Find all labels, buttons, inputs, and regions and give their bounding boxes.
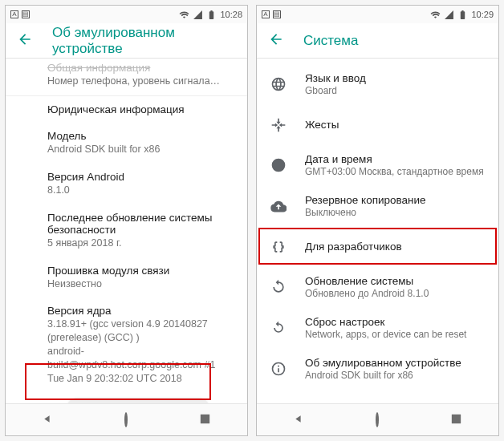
status-icon-doc: ▤ — [22, 10, 30, 18]
item-title: Об эмулированном устройстве — [305, 357, 461, 369]
item-title: Обновление системы — [305, 275, 429, 287]
row-subtitle: 8.1.0 — [47, 184, 234, 197]
status-icon-doc: ▤ — [273, 10, 281, 18]
info-row[interactable]: Версия ядра3.18.91+ (gcc version 4.9 201… — [47, 297, 234, 392]
signal-icon — [444, 10, 454, 20]
info-row[interactable]: Версия Android8.1.0 — [47, 164, 234, 204]
nav-recent[interactable] — [198, 412, 212, 428]
item-subtitle: Gboard — [305, 85, 366, 96]
row-subtitle: Неизвестно — [47, 277, 234, 291]
item-subtitle: Выключено — [305, 207, 426, 218]
row-title: Версия ядра — [47, 305, 234, 317]
info-row-cut[interactable]: Общая информация Номер телефона, уровень… — [47, 62, 234, 95]
wifi-icon — [179, 10, 189, 20]
back-button[interactable] — [17, 31, 33, 50]
system-item-clock[interactable]: Дата и времяGMT+03:00 Москва, стандартно… — [257, 144, 498, 185]
page-title: Система — [303, 33, 358, 49]
status-time: 10:29 — [471, 10, 494, 19]
update-icon — [270, 279, 287, 295]
row-subtitle: Android SDK built for x86 — [47, 143, 234, 156]
about-content: Общая информация Номер телефона, уровень… — [6, 59, 247, 403]
item-title: Для разработчиков — [305, 241, 402, 253]
status-icon-a: A — [10, 10, 18, 18]
cloud-icon — [270, 198, 287, 214]
item-title: Сброс настроек — [305, 316, 466, 328]
nav-bar — [257, 403, 498, 435]
item-title: Язык и ввод — [305, 72, 366, 84]
row-subtitle: 5 января 2018 г. — [47, 237, 234, 250]
row-subtitle: 3.18.91+ (gcc version 4.9 20140827 (prer… — [47, 318, 234, 385]
item-title: Резервное копирование — [305, 194, 426, 206]
status-bar: A ▤ 10:29 — [257, 6, 498, 23]
item-subtitle: Network, apps, or device can be reset — [305, 329, 466, 340]
system-item-cloud[interactable]: Резервное копированиеВыключено — [257, 185, 498, 226]
row-title: Прошивка модуля связи — [47, 265, 234, 277]
item-subtitle: GMT+03:00 Москва, стандартное время — [305, 166, 484, 177]
system-item-globe[interactable]: Язык и вводGboard — [257, 63, 498, 104]
item-title: Дата и время — [305, 153, 484, 165]
info-row[interactable]: Последнее обновление системы безопасност… — [47, 204, 234, 257]
nav-recent[interactable] — [449, 412, 463, 428]
item-subtitle: Android SDK built for x86 — [305, 370, 461, 381]
info-row[interactable]: Юридическая информация — [47, 96, 234, 123]
signal-icon — [193, 10, 203, 20]
page-title: Об эмулированном устройстве — [52, 25, 236, 57]
toast-message: Вы стали разработчиком! — [67, 398, 209, 403]
nav-bar — [6, 403, 247, 435]
system-item-developer-highlight[interactable]: Для разработчиков — [257, 226, 498, 266]
status-time: 10:28 — [220, 10, 242, 19]
item-subtitle: Обновлено до Android 8.1.0 — [305, 288, 429, 299]
info-row[interactable]: Прошивка модуля связиНеизвестно — [47, 257, 234, 298]
info-icon — [270, 361, 287, 377]
nav-back[interactable] — [292, 412, 306, 428]
battery-icon — [457, 10, 468, 20]
nav-home[interactable] — [124, 414, 128, 426]
braces-icon — [270, 239, 287, 255]
app-bar: Об эмулированном устройстве — [6, 23, 247, 59]
wifi-icon — [430, 10, 441, 20]
clock-icon — [270, 157, 287, 173]
system-screen: A ▤ 10:29 Система Язык и вводGboardЖесты… — [256, 5, 499, 436]
system-item-gesture[interactable]: Жесты — [257, 104, 498, 144]
about-device-screen: A ▤ 10:28 Об эмулированном устройстве Об… — [5, 5, 248, 436]
system-item-info[interactable]: Об эмулированном устройствеAndroid SDK b… — [257, 348, 498, 389]
back-button[interactable] — [268, 31, 284, 50]
info-row[interactable]: МодельAndroid SDK built for x86 — [47, 123, 234, 164]
status-bar: A ▤ 10:28 — [6, 6, 247, 23]
item-title: Жесты — [305, 119, 339, 131]
system-item-update[interactable]: Обновление системыОбновлено до Android 8… — [257, 266, 498, 307]
system-list: Язык и вводGboardЖестыДата и времяGMT+03… — [257, 59, 498, 403]
row-title: Версия Android — [47, 171, 234, 183]
row-title: Юридическая информация — [47, 103, 234, 115]
gesture-icon — [270, 117, 287, 133]
system-item-reset[interactable]: Сброс настроекNetwork, apps, or device c… — [257, 307, 498, 348]
battery-icon — [206, 10, 217, 20]
status-icon-a: A — [262, 10, 270, 18]
reset-icon — [270, 320, 287, 336]
app-bar: Система — [257, 23, 498, 59]
row-title: Последнее обновление системы безопасност… — [47, 212, 234, 236]
nav-back[interactable] — [41, 412, 55, 428]
nav-home[interactable] — [376, 414, 379, 426]
row-title: Модель — [47, 130, 234, 142]
globe-icon — [270, 76, 287, 92]
